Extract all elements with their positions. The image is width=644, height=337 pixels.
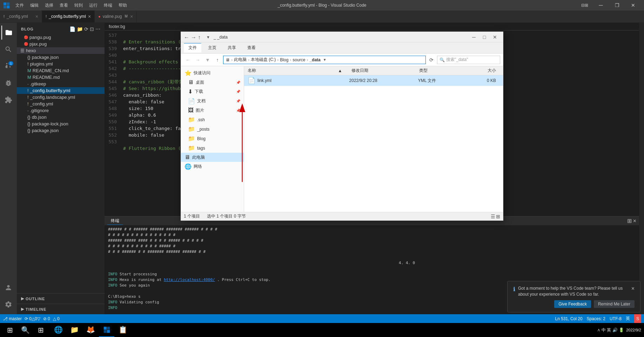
menu-file[interactable]: 文件 bbox=[13, 2, 27, 9]
tree-item-readmecn[interactable]: M README_CN.md bbox=[17, 67, 105, 74]
fe-sidebar-ssh[interactable]: 📁 .ssh bbox=[181, 115, 244, 124]
fe-nav-forward[interactable]: → bbox=[194, 56, 202, 64]
feedback-icon[interactable]: S bbox=[634, 314, 641, 323]
minimize-button[interactable]: ─ bbox=[593, 0, 609, 11]
fe-restore-btn[interactable]: □ bbox=[479, 33, 490, 41]
fe-sidebar-network[interactable]: 🌐 网络 bbox=[181, 162, 244, 171]
activity-debug[interactable] bbox=[1, 76, 15, 90]
tab-valine-pug[interactable]: ● valine.pug M × bbox=[95, 10, 137, 22]
fe-col-name[interactable]: 名称 bbox=[248, 68, 338, 74]
fe-sidebar-downloads[interactable]: ⬇ 下载 📌 bbox=[181, 87, 244, 96]
menu-view[interactable]: 查看 bbox=[57, 2, 71, 9]
menu-help[interactable]: 帮助 bbox=[116, 2, 130, 9]
collapse-btn[interactable]: ⊡ bbox=[90, 26, 94, 32]
fe-file-row-linkyml[interactable]: 📄 link.yml 2022/9/2 20:28 YML 文件 0 KB bbox=[244, 75, 503, 86]
activity-settings[interactable] bbox=[1, 297, 15, 311]
give-feedback-button[interactable]: Give Feedback bbox=[554, 300, 591, 308]
taskbar-edge[interactable]: 🌐 bbox=[51, 323, 66, 337]
fe-sidebar-pictures[interactable]: 🖼 图片 📌 bbox=[181, 106, 244, 115]
new-file-btn[interactable]: 📄 bbox=[69, 26, 75, 32]
tree-item-packagejson[interactable]: {} package.json bbox=[17, 54, 105, 61]
encoding[interactable]: UTF-8 bbox=[610, 316, 622, 321]
fe-addr-source[interactable]: source bbox=[293, 57, 305, 62]
tree-item-pjax[interactable]: 🔴 pjax.pug bbox=[17, 41, 105, 47]
git-branch[interactable]: ⎇ master bbox=[3, 316, 22, 321]
sync-status[interactable]: ⟳ 0△0▽ bbox=[25, 316, 40, 321]
fe-tab-share[interactable]: 共享 bbox=[223, 43, 241, 53]
fe-nav-recent[interactable]: ▼ bbox=[203, 56, 212, 64]
fe-list-view-icon[interactable]: ☰ bbox=[491, 214, 495, 219]
spaces[interactable]: Spaces: 2 bbox=[587, 316, 605, 321]
activity-extensions[interactable] bbox=[1, 93, 15, 107]
layout-icon[interactable]: ⊟⊞ bbox=[577, 0, 593, 11]
taskbar-firefox[interactable]: 🦊 bbox=[83, 323, 98, 337]
tab-config-yml[interactable]: ! _config.yml × bbox=[0, 10, 42, 22]
fe-addr-blog[interactable]: Blog bbox=[280, 57, 288, 62]
fe-grid-view-icon[interactable]: ⊞ bbox=[496, 214, 500, 219]
tree-item-packagejson2[interactable]: {} package.json bbox=[17, 127, 105, 134]
fe-up-icon[interactable]: ↑ bbox=[198, 34, 203, 40]
menu-goto[interactable]: 转到 bbox=[72, 2, 86, 9]
remind-later-button[interactable]: Remind Me Later bbox=[594, 300, 635, 308]
fe-close-btn[interactable]: ✕ bbox=[490, 33, 500, 41]
fe-col-type[interactable]: 类型 bbox=[419, 68, 464, 74]
panel-tab-terminal[interactable]: 终端 bbox=[107, 217, 123, 225]
task-view-button[interactable]: ⊞ bbox=[34, 323, 48, 337]
fe-address-dropdown[interactable]: ▼ bbox=[322, 56, 328, 64]
tab-close-1[interactable]: × bbox=[35, 14, 38, 19]
fe-col-date[interactable]: 修改日期 bbox=[351, 68, 419, 74]
taskbar-explorer[interactable]: 📁 bbox=[67, 323, 82, 337]
search-button[interactable]: 🔍 bbox=[18, 323, 32, 337]
taskbar-vscode[interactable] bbox=[99, 323, 114, 337]
panel-close-btn[interactable]: × bbox=[633, 218, 636, 224]
tree-item-readme[interactable]: M README.md bbox=[17, 74, 105, 81]
tree-item-pangu[interactable]: 🔴 pangu.pug bbox=[17, 34, 105, 41]
more-btn[interactable]: ⋯ bbox=[95, 26, 100, 32]
fe-sidebar-docs[interactable]: 📄 文档 📌 bbox=[181, 96, 244, 106]
warnings[interactable]: △ 0 bbox=[53, 316, 60, 321]
fe-minimize-btn[interactable]: ─ bbox=[469, 33, 479, 41]
start-button[interactable]: ⊞ bbox=[3, 323, 17, 337]
fe-sidebar-tags[interactable]: 📁 tags bbox=[181, 143, 244, 153]
fe-refresh-btn[interactable]: ⟳ bbox=[427, 56, 436, 64]
activity-account[interactable] bbox=[1, 281, 15, 295]
restore-button[interactable]: ❐ bbox=[609, 0, 625, 11]
errors[interactable]: ⊘ 0 bbox=[43, 316, 50, 321]
activity-scm[interactable]: 1 bbox=[1, 59, 15, 73]
fe-col-size[interactable]: 大小 bbox=[464, 68, 499, 74]
language[interactable]: 英 bbox=[626, 316, 630, 322]
fe-addr-pc[interactable]: 此电脑 bbox=[234, 57, 247, 63]
fe-back-icon[interactable]: ← bbox=[184, 34, 189, 40]
menu-selection[interactable]: 选择 bbox=[42, 2, 56, 9]
tree-item-pluginsyml[interactable]: ! plugins.yml bbox=[17, 61, 105, 67]
activity-explorer[interactable] bbox=[1, 26, 15, 40]
refresh-btn[interactable]: ⟳ bbox=[84, 26, 88, 32]
panel-split-btn[interactable]: ⊞ bbox=[627, 218, 632, 224]
notification-close-btn[interactable]: × bbox=[631, 286, 635, 292]
cursor-position[interactable]: Ln 531, Col 20 bbox=[555, 316, 583, 321]
fe-sidebar-posts[interactable]: 📁 _posts bbox=[181, 124, 244, 134]
tab-close-3[interactable]: × bbox=[130, 14, 133, 19]
fe-addr-data[interactable]: _data bbox=[309, 57, 320, 62]
fe-sidebar-blog[interactable]: 📁 Blog bbox=[181, 134, 244, 143]
new-folder-btn[interactable]: 📁 bbox=[77, 26, 83, 32]
taskbar-terminal[interactable]: 📋 bbox=[115, 323, 130, 337]
fe-sidebar-thispc[interactable]: 🖥 此电脑 bbox=[181, 153, 244, 162]
fe-search-bar[interactable]: 🔍 搜索"_data" bbox=[437, 56, 500, 64]
fe-tab-home[interactable]: 主页 bbox=[203, 43, 221, 53]
fe-sidebar-desktop[interactable]: 🖥 桌面 📌 bbox=[181, 78, 244, 87]
tab-config-butterfly[interactable]: ! _config.butterfly.yml × bbox=[42, 10, 95, 22]
tree-item-configyml[interactable]: ! _config.yml bbox=[17, 101, 105, 107]
fe-tab-view[interactable]: 查看 bbox=[243, 43, 260, 53]
menu-run[interactable]: 运行 bbox=[86, 2, 100, 9]
outline-header[interactable]: ▶ OUTLINE bbox=[17, 295, 105, 302]
menu-terminal[interactable]: 终端 bbox=[101, 2, 115, 9]
tab-close-2[interactable]: × bbox=[88, 14, 91, 19]
taskbar-time[interactable]: 2022/9/2 bbox=[626, 328, 641, 332]
tree-item-dbjson[interactable]: {} db.json bbox=[17, 114, 105, 121]
fe-addr-c[interactable]: 本地磁盘 (C:) bbox=[251, 57, 276, 63]
fe-forward-icon[interactable]: → bbox=[191, 34, 196, 40]
fe-tab-file[interactable]: 文件 bbox=[184, 43, 201, 53]
tree-item-gitignore[interactable]: · .gitignore bbox=[17, 107, 105, 114]
menu-edit[interactable]: 编辑 bbox=[27, 2, 41, 9]
